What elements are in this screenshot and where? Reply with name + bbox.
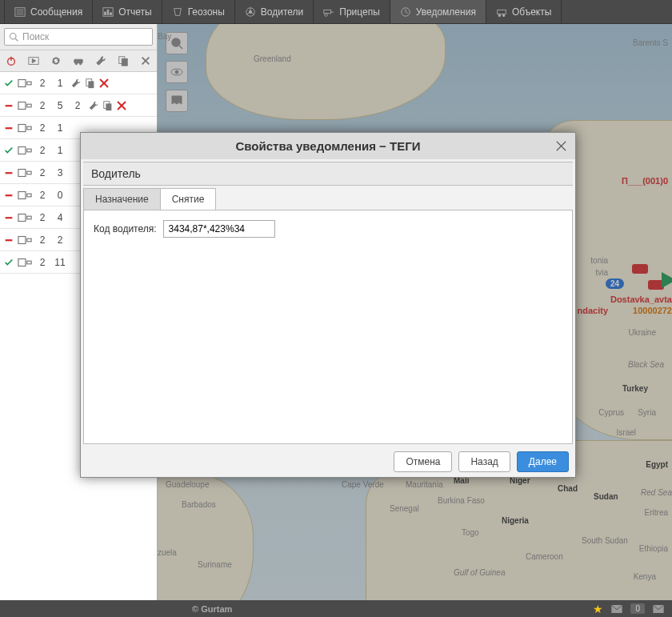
close-icon[interactable]	[140, 55, 151, 66]
wrench-icon[interactable]	[88, 100, 99, 111]
count-cell: 2	[35, 257, 50, 268]
tab-separate[interactable]: Снятие	[160, 188, 217, 210]
close-icon[interactable]	[555, 140, 567, 152]
svg-line-12	[246, 12, 249, 14]
list-icon	[14, 6, 26, 18]
map-toolbar	[166, 32, 188, 112]
connection-icon	[18, 190, 32, 200]
count-cell: 2	[35, 167, 50, 178]
message-count: 0	[630, 603, 645, 614]
refresh-icon[interactable]	[50, 55, 62, 66]
copy-icon[interactable]	[102, 100, 114, 111]
flag-icon[interactable]	[662, 272, 672, 288]
map-label: Syria	[638, 408, 656, 417]
tab-assign[interactable]: Назначение	[83, 188, 161, 210]
list-item[interactable]: 21	[0, 72, 157, 94]
map-label: tvia	[595, 268, 608, 277]
map-label: Cape Verde	[342, 480, 384, 489]
vehicle-icon[interactable]	[632, 264, 648, 274]
svg-rect-62	[27, 216, 31, 219]
envelope-icon[interactable]	[611, 605, 622, 613]
power-icon[interactable]	[6, 55, 17, 66]
envelope-icon[interactable]	[653, 605, 664, 613]
count-cell: 1	[53, 145, 67, 156]
back-button[interactable]: Назад	[458, 451, 510, 472]
panel-toolbar	[0, 50, 157, 72]
map-layers-button[interactable]	[166, 90, 188, 112]
count-cell: 2	[35, 145, 50, 156]
dialog-body: Код водителя:	[83, 210, 573, 444]
wrench-icon[interactable]	[95, 55, 106, 66]
map-label: Barbados	[182, 500, 216, 509]
map-label: Nigeria	[502, 516, 529, 525]
nav-units[interactable]: Объекты	[486, 0, 562, 23]
copy-icon[interactable]	[118, 55, 129, 66]
map-label: tonia	[590, 256, 608, 265]
map-label: Mauritania	[406, 480, 443, 489]
map-label: Togo	[462, 528, 479, 537]
play-icon[interactable]	[28, 55, 39, 66]
copy-icon[interactable]	[85, 78, 96, 89]
svg-rect-60	[6, 217, 13, 218]
svg-rect-61	[18, 214, 26, 221]
svg-rect-65	[27, 238, 31, 242]
connection-icon	[18, 258, 32, 267]
map-object-label: Dostavka_avta	[610, 294, 672, 304]
svg-point-31	[79, 62, 82, 65]
svg-line-13	[252, 12, 254, 14]
top-nav: Сообщения Отчеты Геозоны Водители Прицеп…	[0, 0, 672, 24]
driver-code-label: Код водителя:	[94, 223, 157, 234]
svg-rect-39	[88, 81, 94, 88]
nav-geozones[interactable]: Геозоны	[162, 0, 235, 23]
svg-point-10	[249, 10, 252, 14]
check-icon	[3, 78, 14, 89]
driver-code-row: Код водителя:	[94, 220, 562, 238]
search-input[interactable]: Поиск	[4, 28, 153, 46]
next-button[interactable]: Далее	[517, 451, 569, 472]
svg-rect-63	[6, 239, 13, 241]
cluster-badge[interactable]: 24	[606, 278, 624, 289]
check-icon	[3, 145, 14, 156]
list-item[interactable]: 252	[0, 94, 157, 117]
nav-label: Уведомления	[416, 6, 476, 18]
svg-rect-66	[18, 258, 26, 266]
svg-point-22	[502, 14, 505, 17]
button-label: Далее	[529, 456, 557, 467]
nav-reports[interactable]: Отчеты	[93, 0, 162, 23]
search-icon	[9, 32, 18, 42]
nav-notifications[interactable]: Уведомления	[390, 0, 486, 23]
delete-icon[interactable]	[99, 78, 109, 88]
map-label: zuela	[158, 548, 177, 557]
map-visibility-button[interactable]	[166, 61, 188, 83]
driver-code-input[interactable]	[163, 220, 275, 238]
search-placeholder: Поиск	[22, 31, 49, 42]
svg-point-30	[75, 62, 78, 65]
delete-icon[interactable]	[117, 101, 126, 110]
count-cell: 11	[53, 257, 67, 268]
svg-rect-46	[106, 103, 111, 110]
svg-rect-59	[27, 194, 31, 197]
count-cell: 5	[53, 100, 67, 111]
map-label: Ukraine	[629, 328, 656, 337]
svg-rect-29	[74, 59, 83, 62]
star-icon[interactable]: ★	[593, 603, 603, 615]
nav-messages[interactable]: Сообщения	[5, 0, 93, 23]
map-label: South Sudan	[582, 536, 628, 545]
cancel-button[interactable]: Отмена	[394, 451, 452, 472]
map-label: Eritrea	[645, 508, 668, 517]
nav-label: Объекты	[512, 6, 552, 18]
nav-trailers[interactable]: Прицепы	[314, 0, 390, 23]
wrench-icon[interactable]	[70, 78, 82, 89]
svg-rect-33	[122, 58, 127, 66]
map-label: Ethiopia	[639, 544, 668, 553]
svg-rect-51	[27, 126, 31, 130]
search-row: Поиск	[0, 24, 157, 50]
connection-icon	[18, 101, 32, 110]
nav-label: Прицепы	[339, 6, 380, 18]
car-icon[interactable]	[73, 55, 84, 66]
svg-rect-44	[27, 104, 31, 107]
svg-rect-49	[6, 127, 13, 129]
nav-drivers[interactable]: Водители	[235, 0, 314, 23]
svg-point-71	[175, 70, 178, 74]
map-label: Red Sea	[641, 488, 672, 497]
